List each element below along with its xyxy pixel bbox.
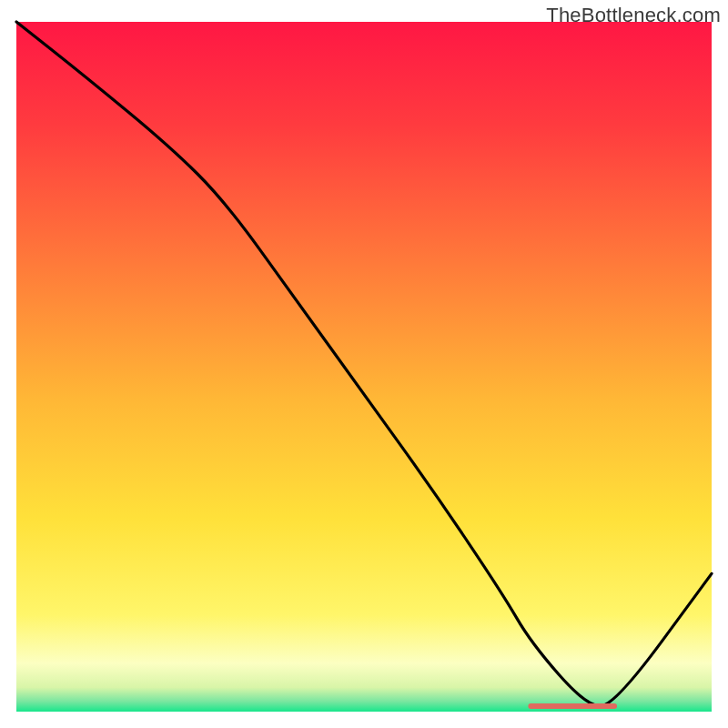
- chart-svg: [0, 0, 728, 728]
- watermark-text: TheBottleneck.com: [546, 4, 721, 27]
- plot-background: [16, 22, 712, 712]
- bottleneck-chart: TheBottleneck.com: [0, 0, 728, 728]
